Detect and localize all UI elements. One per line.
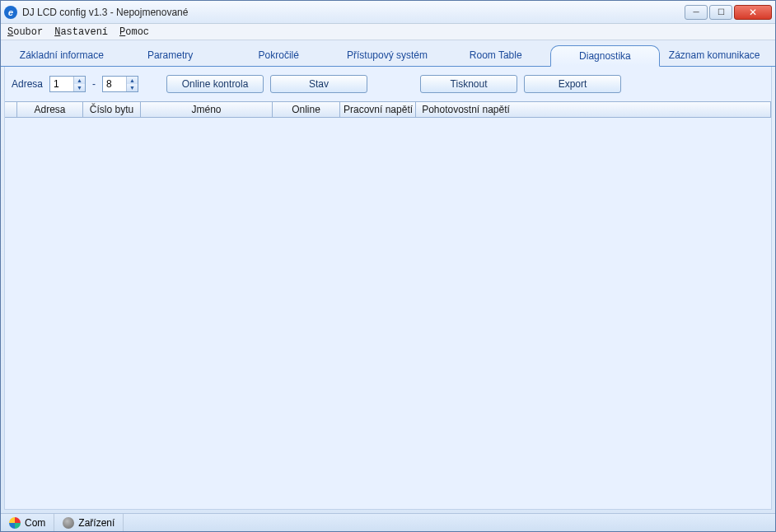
menubar: Soubor Nastavení Pomoc — [1, 24, 775, 40]
tab-content: Adresa ▲ ▼ - ▲ ▼ Online kontrola Stav Ti — [4, 67, 772, 510]
status-device-label: Zařízení — [78, 517, 115, 529]
app-icon: e — [4, 6, 17, 19]
titlebar[interactable]: e DJ LCD config v1.3 - Nepojmenované ─ ☐… — [1, 1, 775, 24]
address-from-input[interactable] — [50, 77, 73, 91]
menu-settings[interactable]: Nastavení — [54, 26, 108, 38]
col-header-online[interactable]: Online — [272, 102, 339, 117]
tab-access-system[interactable]: Přístupový systém — [333, 45, 442, 66]
window-controls: ─ ☐ ✕ — [685, 5, 772, 20]
maximize-button[interactable]: ☐ — [709, 5, 732, 20]
spinner-arrows: ▲ ▼ — [126, 77, 138, 91]
spin-up-icon[interactable]: ▲ — [127, 77, 138, 84]
col-header-flat-number[interactable]: Číslo bytu — [82, 102, 140, 117]
device-icon — [63, 517, 74, 529]
tab-comm-log[interactable]: Záznam komunikace — [660, 45, 769, 66]
status-com[interactable]: Com — [1, 514, 54, 531]
col-header-work-voltage[interactable]: Pracovní napětí — [339, 102, 415, 117]
toolbar: Adresa ▲ ▼ - ▲ ▼ Online kontrola Stav Ti — [5, 67, 771, 101]
status-device[interactable]: Zařízení — [54, 514, 124, 531]
window-title: DJ LCD config v1.3 - Nepojmenované — [22, 7, 685, 18]
address-label: Adresa — [12, 78, 43, 90]
state-button[interactable]: Stav — [270, 75, 367, 93]
online-check-button[interactable]: Online kontrola — [166, 75, 264, 93]
app-window: e DJ LCD config v1.3 - Nepojmenované ─ ☐… — [0, 0, 776, 532]
spin-down-icon[interactable]: ▼ — [127, 84, 138, 91]
statusbar: Com Zařízení — [1, 513, 775, 531]
menu-help[interactable]: Pomoc — [119, 26, 149, 38]
address-from-spinner[interactable]: ▲ ▼ — [49, 76, 86, 92]
table-area[interactable]: Adresa Číslo bytu Jméno Online Pracovní … — [5, 101, 771, 509]
tabstrip: Základní informace Parametry Pokročilé P… — [1, 40, 775, 67]
com-icon — [9, 517, 21, 529]
tab-diagnostics[interactable]: Diagnostika — [550, 45, 661, 67]
col-header-name[interactable]: Jméno — [140, 102, 272, 117]
print-button[interactable]: Tisknout — [420, 75, 517, 93]
close-button[interactable]: ✕ — [734, 5, 772, 20]
minimize-button[interactable]: ─ — [685, 5, 708, 20]
grid-header-row: Adresa Číslo bytu Jméno Online Pracovní … — [5, 101, 771, 118]
spin-down-icon[interactable]: ▼ — [74, 84, 85, 91]
spinner-arrows: ▲ ▼ — [73, 77, 85, 91]
spin-up-icon[interactable]: ▲ — [74, 77, 85, 84]
row-marker-header[interactable] — [5, 102, 16, 117]
col-header-address[interactable]: Adresa — [16, 102, 82, 117]
dash-label: - — [92, 78, 96, 90]
tab-basic-info[interactable]: Základní informace — [7, 45, 116, 66]
export-button[interactable]: Export — [524, 75, 621, 93]
col-header-standby-voltage[interactable]: Pohotovostní napětí — [415, 102, 516, 117]
tab-advanced[interactable]: Pokročilé — [224, 45, 333, 66]
address-to-input[interactable] — [103, 77, 126, 91]
menu-file[interactable]: Soubor — [7, 26, 43, 38]
tab-parameters[interactable]: Parametry — [116, 45, 225, 66]
address-to-spinner[interactable]: ▲ ▼ — [102, 76, 138, 92]
tab-room-table[interactable]: Room Table — [442, 45, 550, 66]
status-com-label: Com — [25, 517, 45, 529]
